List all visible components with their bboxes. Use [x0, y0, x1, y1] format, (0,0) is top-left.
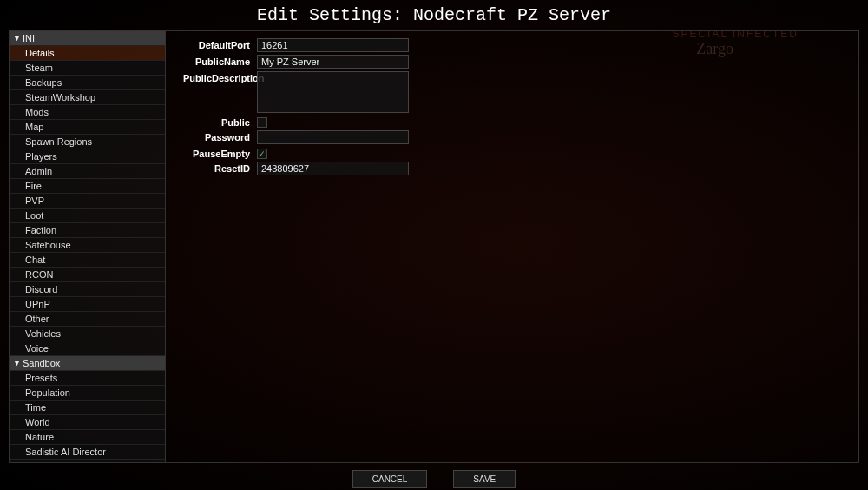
cancel-button[interactable]: CANCEL	[352, 470, 428, 488]
publicname-label: PublicName	[183, 55, 257, 67]
footer: CANCEL SAVE	[0, 463, 868, 490]
sidebar: ▼INIDetailsSteamBackupsSteamWorkshopMods…	[10, 31, 166, 462]
publicname-input[interactable]	[257, 55, 409, 69]
sidebar-item-pvp[interactable]: PVP	[10, 194, 165, 209]
sidebar-item-meta[interactable]: Meta	[10, 460, 165, 462]
password-label: Password	[183, 130, 257, 142]
sidebar-item-rcon[interactable]: RCON	[10, 268, 165, 282]
sidebar-item-admin[interactable]: Admin	[10, 164, 165, 179]
sidebar-group-label: INI	[23, 33, 35, 43]
defaultport-label: DefaultPort	[183, 38, 257, 50]
resetid-label: ResetID	[183, 162, 257, 174]
sidebar-item-population[interactable]: Population	[10, 386, 165, 401]
sidebar-item-presets[interactable]: Presets	[10, 371, 165, 386]
public-checkbox[interactable]	[257, 117, 267, 128]
sidebar-item-nature[interactable]: Nature	[10, 430, 165, 445]
sidebar-group-sandbox[interactable]: ▼Sandbox	[10, 356, 165, 371]
page-title: Edit Settings: Nodecraft PZ Server	[0, 0, 868, 30]
content-panel: DefaultPort PublicName PublicDescription…	[166, 31, 858, 462]
chevron-down-icon: ▼	[13, 359, 21, 368]
sidebar-item-vehicles[interactable]: Vehicles	[10, 327, 165, 341]
settings-window: ▼INIDetailsSteamBackupsSteamWorkshopMods…	[9, 30, 859, 463]
sidebar-item-mods[interactable]: Mods	[10, 105, 165, 120]
sidebar-item-world[interactable]: World	[10, 415, 165, 430]
pauseempty-label: PauseEmpty	[183, 147, 257, 159]
sidebar-item-safehouse[interactable]: Safehouse	[10, 238, 165, 253]
defaultport-input[interactable]	[257, 38, 409, 52]
sidebar-item-faction[interactable]: Faction	[10, 223, 165, 238]
sidebar-item-map[interactable]: Map	[10, 120, 165, 135]
resetid-input[interactable]	[257, 162, 409, 175]
sidebar-item-steamworkshop[interactable]: SteamWorkshop	[10, 90, 165, 105]
sidebar-item-loot[interactable]: Loot	[10, 209, 165, 223]
public-label: Public	[183, 116, 257, 128]
sidebar-item-upnp[interactable]: UPnP	[10, 297, 165, 312]
publicdescription-label: PublicDescription	[183, 71, 257, 83]
sidebar-item-other[interactable]: Other	[10, 312, 165, 327]
sidebar-item-discord[interactable]: Discord	[10, 282, 165, 297]
chevron-down-icon: ▼	[13, 34, 21, 43]
sidebar-scroll[interactable]: ▼INIDetailsSteamBackupsSteamWorkshopMods…	[10, 31, 165, 462]
publicdescription-input[interactable]	[257, 71, 409, 113]
sidebar-item-fire[interactable]: Fire	[10, 179, 165, 194]
sidebar-item-players[interactable]: Players	[10, 149, 165, 164]
sidebar-item-voice[interactable]: Voice	[10, 341, 165, 356]
sidebar-group-ini[interactable]: ▼INI	[10, 31, 165, 46]
sidebar-item-backups[interactable]: Backups	[10, 76, 165, 90]
save-button[interactable]: SAVE	[453, 470, 516, 488]
sidebar-item-time[interactable]: Time	[10, 401, 165, 415]
sidebar-item-chat[interactable]: Chat	[10, 253, 165, 268]
sidebar-item-spawn-regions[interactable]: Spawn Regions	[10, 135, 165, 149]
password-input[interactable]	[257, 130, 409, 144]
sidebar-item-steam[interactable]: Steam	[10, 61, 165, 76]
sidebar-group-label: Sandbox	[23, 358, 60, 368]
sidebar-item-details[interactable]: Details	[10, 46, 165, 61]
pauseempty-checkbox[interactable]	[257, 149, 267, 159]
sidebar-item-sadistic-ai-director[interactable]: Sadistic AI Director	[10, 445, 165, 460]
